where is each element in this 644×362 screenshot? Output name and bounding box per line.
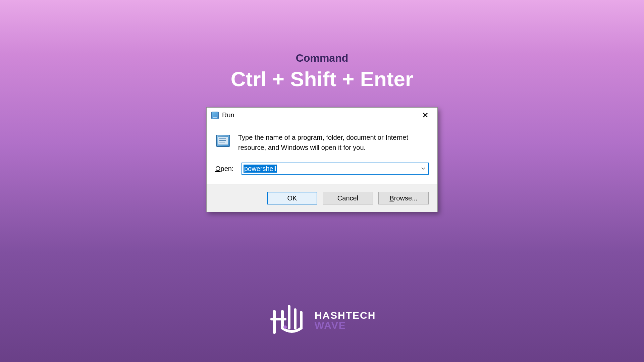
logo-line1: HASHTECH: [315, 310, 376, 320]
svg-rect-1: [218, 137, 228, 145]
open-input[interactable]: powershell: [242, 165, 419, 173]
description-row: Type the name of a program, folder, docu…: [215, 132, 429, 153]
browse-button[interactable]: Browse...: [378, 192, 429, 204]
dialog-title: Run: [222, 111, 416, 119]
ok-button[interactable]: OK: [267, 192, 317, 204]
close-icon: ✕: [422, 111, 429, 120]
run-dialog: Run ✕: [206, 107, 438, 212]
logo-line2: WAVE: [315, 320, 376, 330]
chevron-down-icon: [421, 167, 425, 170]
dialog-description: Type the name of a program, folder, docu…: [238, 132, 429, 153]
dropdown-arrow[interactable]: [419, 167, 428, 170]
run-titlebar-icon: [211, 112, 219, 119]
command-keys: Ctrl + Shift + Enter: [0, 67, 644, 91]
titlebar[interactable]: Run ✕: [207, 108, 437, 123]
run-program-icon: [215, 133, 231, 148]
dialog-body: Type the name of a program, folder, docu…: [207, 123, 437, 184]
svg-point-11: [283, 325, 287, 329]
header-text-block: Command Ctrl + Shift + Enter: [0, 52, 644, 91]
open-input-value: powershell: [244, 165, 277, 173]
open-label: Open:: [215, 165, 235, 173]
command-label: Command: [0, 52, 644, 64]
cancel-button[interactable]: Cancel: [323, 192, 373, 204]
open-combobox[interactable]: powershell: [241, 163, 429, 175]
dialog-footer: OK Cancel Browse...: [207, 184, 437, 212]
logo-text: HASHTECH WAVE: [315, 310, 376, 330]
logo-mark-icon: [268, 303, 309, 338]
close-button[interactable]: ✕: [416, 109, 435, 122]
open-row: Open: powershell: [215, 163, 429, 175]
branding-logo: HASHTECH WAVE: [0, 303, 644, 338]
